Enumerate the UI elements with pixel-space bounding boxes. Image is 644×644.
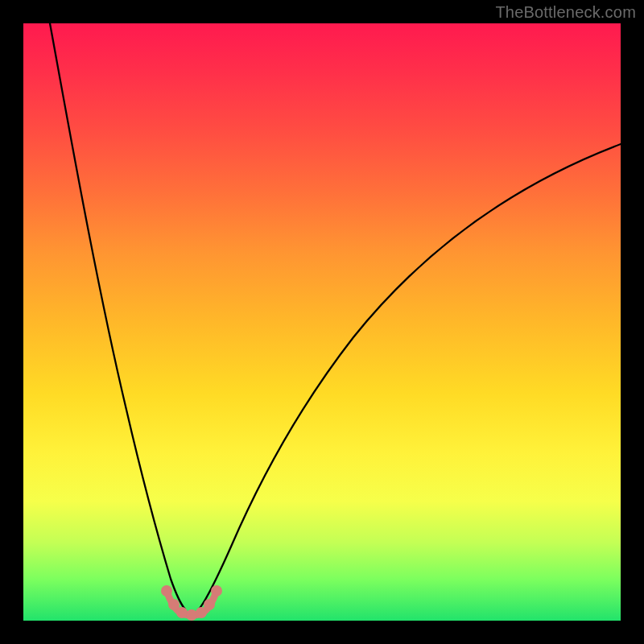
svg-point-0 [161, 585, 172, 597]
svg-point-4 [196, 607, 207, 618]
svg-point-3 [186, 609, 197, 621]
valley-markers [161, 585, 222, 621]
curve-right-branch [199, 144, 621, 609]
svg-point-1 [168, 599, 180, 610]
svg-point-2 [176, 607, 188, 618]
svg-point-6 [211, 585, 222, 597]
chart-svg [23, 23, 621, 621]
svg-point-5 [204, 599, 215, 610]
chart-frame: TheBottleneck.com [0, 0, 644, 644]
plot-area [23, 23, 621, 621]
watermark-text: TheBottleneck.com [495, 3, 636, 22]
curve-left-branch [50, 23, 185, 609]
